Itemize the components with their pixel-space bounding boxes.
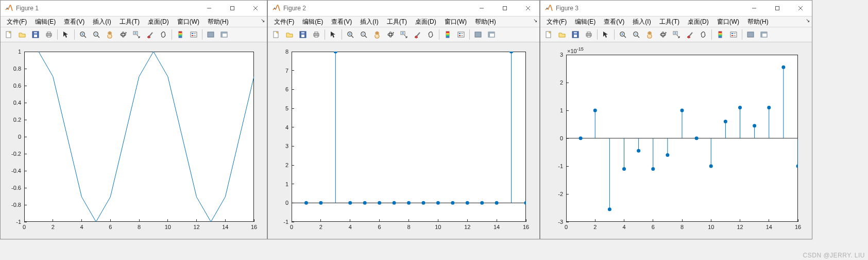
zoom-out-icon[interactable]: [630, 28, 642, 41]
axes[interactable]: -10123456780246810121416: [292, 52, 526, 222]
menu-edit[interactable]: 编辑(E): [31, 17, 60, 27]
menu-overflow-icon[interactable]: ↘: [806, 18, 810, 23]
menu-tools[interactable]: 工具(T): [655, 17, 684, 27]
menu-desktop[interactable]: 桌面(D): [144, 17, 173, 27]
svg-line-17: [97, 36, 99, 38]
x-tick-label: 4: [80, 224, 83, 230]
svg-point-164: [666, 153, 669, 157]
show-plot-tools-icon[interactable]: [485, 28, 498, 41]
menu-tools[interactable]: 工具(T): [383, 17, 411, 27]
insert-legend-icon[interactable]: [727, 28, 740, 41]
menu-desktop[interactable]: 桌面(D): [684, 17, 713, 27]
titlebar[interactable]: Figure 3: [540, 1, 812, 17]
menu-file[interactable]: 文件(F): [270, 17, 298, 27]
hide-plot-tools-icon[interactable]: [205, 28, 217, 41]
menu-view[interactable]: 查看(V): [327, 17, 356, 27]
edit-plot-icon[interactable]: [327, 28, 339, 41]
svg-point-0: [7, 8, 8, 9]
minimize-button[interactable]: [742, 1, 765, 16]
save-icon[interactable]: [29, 28, 42, 41]
svg-rect-46: [301, 35, 304, 37]
menu-desktop[interactable]: 桌面(D): [411, 17, 440, 27]
maximize-button[interactable]: [220, 1, 244, 16]
maximize-button[interactable]: [493, 1, 516, 16]
axes[interactable]: -1-0.8-0.6-0.4-0.200.20.40.60.8102468101…: [24, 52, 254, 222]
svg-point-20: [122, 32, 125, 37]
menu-tools[interactable]: 工具(T): [115, 17, 144, 27]
zoom-out-icon[interactable]: [358, 28, 370, 41]
brush-icon[interactable]: [684, 28, 696, 41]
insert-colorbar-icon[interactable]: [714, 28, 726, 41]
axes[interactable]: -3-2-101230246810121416×10-15: [566, 55, 798, 222]
menu-overflow-icon[interactable]: ↘: [533, 18, 537, 23]
svg-point-176: [753, 124, 756, 127]
pan-icon[interactable]: [371, 28, 383, 41]
zoom-in-icon[interactable]: [77, 28, 89, 41]
pan-icon[interactable]: [104, 28, 116, 41]
menu-file[interactable]: 文件(F): [542, 17, 571, 27]
print-icon[interactable]: [310, 28, 322, 41]
menu-insert[interactable]: 插入(I): [89, 17, 115, 27]
menu-help[interactable]: 帮助(H): [203, 17, 233, 27]
menu-window[interactable]: 窗口(W): [173, 17, 203, 27]
new-figure-icon[interactable]: [542, 28, 555, 41]
data-cursor-icon[interactable]: [670, 28, 683, 41]
menu-view[interactable]: 查看(V): [600, 17, 628, 27]
brush-icon[interactable]: [144, 28, 156, 41]
menu-help[interactable]: 帮助(H): [743, 17, 773, 27]
menu-edit[interactable]: 编辑(E): [571, 17, 600, 27]
menu-file[interactable]: 文件(F): [3, 17, 31, 27]
hide-plot-tools-icon[interactable]: [744, 28, 757, 41]
data-cursor-icon[interactable]: [130, 28, 143, 41]
link-plot-icon[interactable]: [424, 28, 437, 41]
new-figure-icon[interactable]: [270, 28, 282, 41]
close-button[interactable]: [516, 1, 539, 16]
show-plot-tools-icon[interactable]: [758, 28, 770, 41]
link-plot-icon[interactable]: [697, 28, 709, 41]
menu-insert[interactable]: 插入(I): [628, 17, 655, 27]
svg-point-94: [407, 201, 411, 205]
open-icon[interactable]: [16, 28, 28, 41]
minimize-button[interactable]: [197, 1, 220, 16]
close-button[interactable]: [789, 1, 812, 16]
svg-point-106: [495, 201, 499, 205]
save-icon[interactable]: [297, 28, 309, 41]
pan-icon[interactable]: [643, 28, 656, 41]
insert-legend-icon[interactable]: [188, 28, 200, 41]
save-icon[interactable]: [569, 28, 582, 41]
link-plot-icon[interactable]: [157, 28, 169, 41]
titlebar[interactable]: Figure 2: [268, 1, 539, 17]
rotate-3d-icon[interactable]: [384, 28, 397, 41]
menu-window[interactable]: 窗口(W): [440, 17, 471, 27]
zoom-in-icon[interactable]: [344, 28, 356, 41]
data-cursor-icon[interactable]: [398, 28, 410, 41]
menu-help[interactable]: 帮助(H): [471, 17, 500, 27]
zoom-out-icon[interactable]: [90, 28, 103, 41]
rotate-3d-icon[interactable]: [657, 28, 669, 41]
show-plot-tools-icon[interactable]: [218, 28, 230, 41]
menu-insert[interactable]: 插入(I): [356, 17, 382, 27]
edit-plot-icon[interactable]: [60, 28, 72, 41]
open-icon[interactable]: [283, 28, 296, 41]
zoom-in-icon[interactable]: [617, 28, 629, 41]
titlebar[interactable]: Figure 1: [1, 1, 267, 17]
hide-plot-tools-icon[interactable]: [472, 28, 484, 41]
print-icon[interactable]: [43, 28, 55, 41]
print-icon[interactable]: [583, 28, 595, 41]
brush-icon[interactable]: [411, 28, 423, 41]
menu-overflow-icon[interactable]: ↘: [261, 18, 265, 23]
svg-rect-141: [730, 32, 737, 37]
new-figure-icon[interactable]: [3, 28, 15, 41]
insert-legend-icon[interactable]: [455, 28, 467, 41]
edit-plot-icon[interactable]: [600, 28, 612, 41]
close-button[interactable]: [244, 1, 267, 16]
insert-colorbar-icon[interactable]: [174, 28, 186, 41]
insert-colorbar-icon[interactable]: [441, 28, 454, 41]
maximize-button[interactable]: [765, 1, 789, 16]
menu-edit[interactable]: 编辑(E): [298, 17, 327, 27]
open-icon[interactable]: [556, 28, 568, 41]
menu-window[interactable]: 窗口(W): [713, 17, 743, 27]
minimize-button[interactable]: [470, 1, 493, 16]
menu-view[interactable]: 查看(V): [60, 17, 89, 27]
rotate-3d-icon[interactable]: [117, 28, 129, 41]
